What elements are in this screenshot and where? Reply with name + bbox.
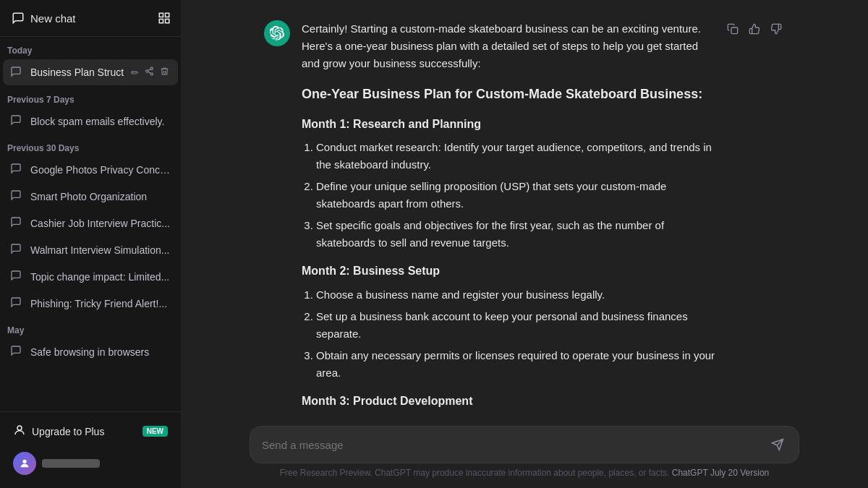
user-avatar-icon xyxy=(19,458,30,469)
today-label: Today xyxy=(0,37,181,59)
month2-list: Choose a business name and register your… xyxy=(316,286,718,382)
chat-icon xyxy=(10,270,25,283)
new-chat-button[interactable]: New chat xyxy=(4,6,149,30)
copy-message-button[interactable] xyxy=(724,20,741,40)
upgrade-to-plus-button[interactable]: Upgrade to Plus NEW xyxy=(6,418,175,445)
edit-chat-button[interactable]: ✏ xyxy=(129,66,140,80)
chat-item-business-plan[interactable]: Business Plan Struct ✏ xyxy=(3,59,178,85)
svg-rect-11 xyxy=(731,27,738,34)
sidebar-bottom: Upgrade to Plus NEW xyxy=(0,411,181,488)
compose-icon xyxy=(158,12,171,25)
assistant-message: Certainly! Starting a custom-made skateb… xyxy=(264,20,785,419)
month2-item-1: Choose a business name and register your… xyxy=(316,286,718,304)
chat-item-topic-change[interactable]: Topic change impact: Limited... xyxy=(3,264,178,289)
avatar xyxy=(13,452,36,475)
chat-item-label: Topic change impact: Limited... xyxy=(30,271,171,283)
new-badge: NEW xyxy=(142,426,168,437)
chat-item-safe-browsing[interactable]: Safe browsing in browsers xyxy=(3,339,178,364)
new-chat-icon xyxy=(12,12,25,25)
chat-item-phishing[interactable]: Phishing: Tricky Friend Alert!... xyxy=(3,291,178,316)
new-chat-label: New chat xyxy=(30,12,76,25)
input-area: Free Research Preview. ChatGPT may produ… xyxy=(181,419,868,488)
message-header: Certainly! Starting a custom-made skateb… xyxy=(302,20,785,419)
chat-item-label: Business Plan Struct xyxy=(30,67,129,78)
svg-point-5 xyxy=(146,70,148,72)
message-input[interactable] xyxy=(262,439,762,451)
month2-item-3: Obtain any necessary permits or licenses… xyxy=(316,347,718,382)
user-name xyxy=(42,459,100,468)
assistant-avatar xyxy=(264,20,290,46)
chat-item-label: Phishing: Tricky Friend Alert!... xyxy=(30,298,171,309)
svg-rect-2 xyxy=(159,20,163,23)
chat-item-label: Smart Photo Organization xyxy=(30,191,171,202)
send-icon xyxy=(771,438,784,451)
main-content: Certainly! Starting a custom-made skateb… xyxy=(181,0,868,488)
chat-icon xyxy=(10,163,25,176)
chat-item-label: Google Photos Privacy Conce... xyxy=(30,164,171,176)
chat-item-actions: ✏ xyxy=(129,65,171,80)
thumbs-up-button[interactable] xyxy=(746,20,763,40)
may-label: May xyxy=(0,317,181,338)
chat-icon xyxy=(10,216,25,230)
chat-item-label: Walmart Interview Simulation... xyxy=(30,244,171,256)
footer-disclaimer: Free Research Preview. ChatGPT may produ… xyxy=(280,468,670,478)
prev30-label: Previous 30 Days xyxy=(0,134,181,156)
openai-logo-icon xyxy=(270,26,284,40)
svg-point-9 xyxy=(17,426,22,430)
plan-title: One-Year Business Plan for Custom-Made S… xyxy=(302,84,718,105)
chat-icon xyxy=(10,66,25,80)
chat-item-smart-photo[interactable]: Smart Photo Organization xyxy=(3,184,178,209)
chat-item-block-spam[interactable]: Block spam emails effectively. xyxy=(3,108,178,134)
chat-item-walmart[interactable]: Walmart Interview Simulation... xyxy=(3,237,178,262)
prev7-label: Previous 7 Days xyxy=(0,86,181,108)
sidebar-header: New chat xyxy=(0,0,181,37)
svg-line-8 xyxy=(148,69,151,71)
message-row: Certainly! Starting a custom-made skateb… xyxy=(250,14,799,419)
copy-icon xyxy=(727,23,739,35)
sidebar: New chat Today Business Plan Struct ✏ Pr… xyxy=(0,0,181,488)
chat-item-label: Cashier Job Interview Practic... xyxy=(30,218,171,229)
thumbs-down-icon xyxy=(770,23,782,35)
chat-icon xyxy=(10,243,25,257)
svg-rect-3 xyxy=(166,20,169,23)
person-icon xyxy=(13,424,26,439)
chat-item-cashier-job[interactable]: Cashier Job Interview Practic... xyxy=(3,210,178,236)
compose-icon-button[interactable] xyxy=(152,6,176,30)
input-container xyxy=(250,426,799,463)
message-body: Certainly! Starting a custom-made skateb… xyxy=(302,20,785,419)
month1-item-2: Define your unique selling proposition (… xyxy=(316,178,718,213)
month1-list: Conduct market research: Identify your t… xyxy=(316,139,718,252)
thumbs-up-icon xyxy=(749,23,760,35)
month3-heading: Month 3: Product Development xyxy=(302,392,718,411)
svg-point-10 xyxy=(22,460,26,463)
month2-item-2: Set up a business bank account to keep y… xyxy=(316,308,718,343)
upgrade-label: Upgrade to Plus xyxy=(32,426,104,437)
svg-point-6 xyxy=(150,73,153,75)
footer-version-link[interactable]: ChatGPT July 20 Version xyxy=(672,468,770,478)
chat-item-label: Safe browsing in browsers xyxy=(30,346,171,358)
chat-icon xyxy=(10,114,25,128)
svg-rect-0 xyxy=(159,13,163,17)
message-action-buttons xyxy=(724,20,785,40)
svg-rect-1 xyxy=(166,13,169,17)
chat-item-google-photos[interactable]: Google Photos Privacy Conce... xyxy=(3,157,178,182)
chat-icon xyxy=(10,345,25,359)
month1-item-1: Conduct market research: Identify your t… xyxy=(316,139,718,174)
svg-line-7 xyxy=(148,72,151,73)
chat-icon xyxy=(10,189,25,203)
svg-point-4 xyxy=(150,67,153,69)
send-button[interactable] xyxy=(768,435,787,454)
chat-icon xyxy=(10,296,25,310)
thumbs-down-button[interactable] xyxy=(767,20,785,40)
message-text: Certainly! Starting a custom-made skateb… xyxy=(302,20,718,419)
month1-heading: Month 1: Research and Planning xyxy=(302,115,718,134)
chat-messages-area: Certainly! Starting a custom-made skateb… xyxy=(181,0,868,419)
month1-item-3: Set specific goals and objectives for th… xyxy=(316,217,718,252)
chat-item-label: Block spam emails effectively. xyxy=(30,116,171,127)
month2-heading: Month 2: Business Setup xyxy=(302,262,718,281)
intro-text: Certainly! Starting a custom-made skateb… xyxy=(302,20,718,72)
share-chat-button[interactable] xyxy=(143,65,156,80)
delete-chat-button[interactable] xyxy=(158,65,171,80)
footer-text: Free Research Preview. ChatGPT may produ… xyxy=(250,463,799,481)
user-profile-area[interactable] xyxy=(6,446,175,481)
